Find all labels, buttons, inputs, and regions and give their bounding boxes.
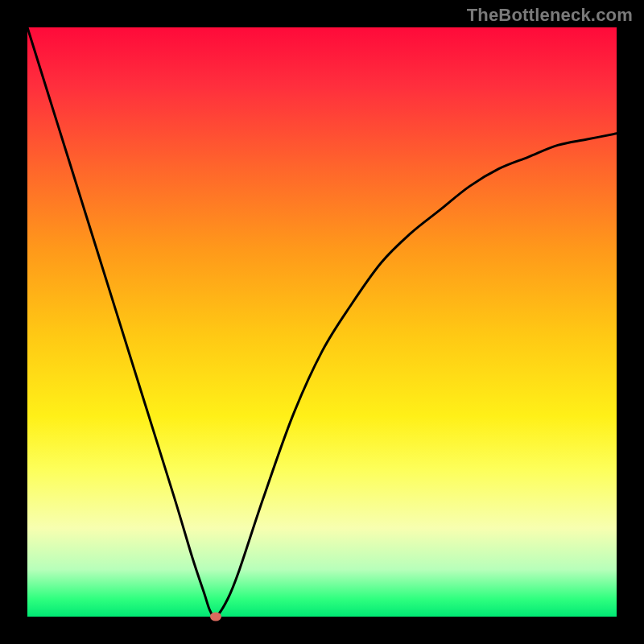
curve-layer [27,27,617,617]
watermark-text: TheBottleneck.com [467,5,633,26]
plot-area [27,27,617,617]
bottleneck-curve [27,27,617,617]
chart-frame: TheBottleneck.com [0,0,644,644]
optimal-point-marker [210,613,221,621]
